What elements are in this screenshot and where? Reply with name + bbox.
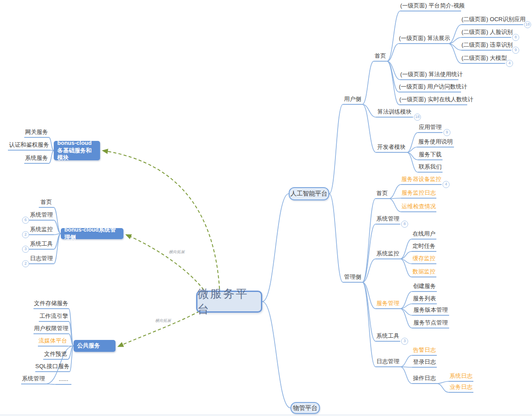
node-platform-center[interactable]: 微服务平台 — [196, 291, 262, 313]
node-label: 文件存储服务 — [34, 300, 68, 306]
node-pm-platform[interactable]: 物管平台 — [290, 402, 320, 414]
node-alert-log[interactable]: 告警日志 — [412, 346, 437, 356]
node-data-monitor[interactable]: 数据监控 — [412, 268, 436, 277]
node-label: 服务节点管理 — [413, 319, 448, 326]
node-ops-check[interactable]: 运维检查情况 — [401, 203, 436, 212]
count-badge[interactable]: 3 — [22, 246, 29, 253]
expansion-arrow-label: 横向拓展 — [169, 249, 185, 255]
node-online-users[interactable]: 在线用户 — [412, 230, 436, 240]
edge-topic-base-system-svc — [49, 151, 54, 163]
count-badge[interactable]: 6 — [22, 217, 29, 224]
node-biz-log[interactable]: 业务日志 — [449, 383, 473, 393]
node-more-items[interactable]: ...... — [56, 375, 71, 385]
count-badge[interactable]: 3 — [401, 338, 408, 345]
node-label: (一级页面) 算法使用统计 — [400, 71, 463, 77]
expansion-arrows — [103, 151, 219, 347]
count-badge[interactable]: 2 — [22, 260, 29, 267]
node-pub-sys-mgmt[interactable]: 系统管理 — [21, 375, 46, 384]
node-label: 服务监控日志 — [402, 189, 436, 196]
node-sys-monitor[interactable]: 系统监控 — [376, 250, 400, 259]
node-svc-usage-doc[interactable]: 服务使用说明 — [417, 138, 454, 148]
node-p1-online-stats[interactable]: (一级页面) 实时在线人数统计 — [399, 96, 467, 105]
node-b-sys-monitor[interactable]: 系统监控2 — [29, 225, 54, 235]
node-workflow[interactable]: 工作流引擎 — [39, 312, 69, 322]
node-p1-algo-show[interactable]: (一级页面) 算法展示 — [399, 34, 448, 44]
node-server-monitor[interactable]: 服务器设备监控4 — [401, 175, 442, 185]
node-contact-us[interactable]: 联系我们 — [418, 163, 443, 173]
edge-topic-admin-b-sys-tools — [54, 234, 61, 250]
node-b-log-mgmt[interactable]: 日志管理2 — [29, 255, 54, 264]
node-svc-mgmt[interactable]: 服务管理 — [376, 299, 400, 309]
node-p2-ocr[interactable]: (二级页面) OCR识别应用18 — [461, 15, 523, 25]
count-badge[interactable]: 18 — [414, 114, 421, 121]
edge-op-log-biz-log — [437, 384, 449, 392]
count-badge[interactable]: 4 — [443, 181, 450, 188]
edge-log-mgmt-op-log — [400, 367, 412, 384]
node-p2-violation[interactable]: (二级页面) 违章识别9 — [461, 41, 511, 51]
node-algo-training[interactable]: 算法训练模块18 — [376, 108, 413, 118]
node-label: 系统监控 — [30, 226, 53, 232]
arrow-to-admin — [126, 235, 204, 290]
node-streaming[interactable]: 流媒体平台 — [38, 337, 68, 347]
node-ai-platform[interactable]: 人工智能平台 — [289, 187, 329, 200]
node-label: 网关服务 — [25, 129, 48, 135]
node-topic-admin[interactable]: bonus-cloud系统管理侧 — [61, 228, 123, 239]
count-badge[interactable]: 8 — [512, 34, 519, 41]
count-badge[interactable]: 18 — [524, 21, 531, 28]
node-system-svc[interactable]: 系统服务 — [24, 154, 49, 164]
edge-topic-public-file-storage — [69, 309, 74, 346]
node-svc-download[interactable]: 服务下载 — [418, 151, 443, 160]
node-admin-home[interactable]: 首页 — [376, 189, 389, 199]
node-user-perm[interactable]: 用户权限管理 — [33, 325, 69, 334]
count-badge[interactable]: 2 — [22, 231, 29, 238]
node-label: 首页 — [41, 199, 52, 205]
node-b-sys-tools[interactable]: 系统工具3 — [29, 240, 54, 250]
node-p1-visit-stats[interactable]: (一级页面) 用户访问数统计 — [399, 83, 461, 92]
node-b-home[interactable]: 首页 — [39, 198, 54, 208]
node-p2-face[interactable]: (二级页面) 人脸识别8 — [461, 28, 511, 38]
node-label: 服务器设备监控 — [402, 176, 442, 182]
count-badge[interactable]: 9 — [443, 129, 450, 136]
edge-user-home-p1-online-stats — [387, 61, 399, 105]
node-sys-tools[interactable]: 系统工具3 — [376, 332, 400, 342]
count-badge[interactable]: 8 — [401, 221, 408, 228]
node-p1-intro[interactable]: (一级页面) 平台简介-视频 — [400, 2, 461, 11]
edge-user-home-p1-intro — [387, 11, 400, 61]
edge-p1-algo-show-p2-violation — [448, 44, 461, 50]
node-log-mgmt[interactable]: 日志管理 — [376, 358, 400, 367]
node-topic-public[interactable]: 公共服务 — [74, 340, 115, 352]
node-svc-node[interactable]: 服务节点管理 — [412, 319, 449, 328]
node-svc-list[interactable]: 服务列表 — [412, 295, 437, 304]
node-sys-mgmt[interactable]: 系统管理8 — [376, 215, 400, 225]
node-topic-base[interactable]: bonus-cloud各基础服务和模块 — [54, 141, 100, 160]
node-login-log[interactable]: 登录日志 — [412, 358, 437, 368]
count-badge[interactable]: 9 — [512, 47, 519, 54]
node-cache-monitor[interactable]: 缓存监控 — [412, 255, 436, 264]
edge-topic-admin-b-home — [54, 207, 61, 234]
node-dev-module[interactable]: 开发者模块 — [376, 143, 407, 153]
node-auth-svc[interactable]: 认证和鉴权服务 — [8, 141, 50, 151]
node-file-storage[interactable]: 文件存储服务 — [33, 299, 69, 309]
node-svc-version[interactable]: 服务版本管理 — [412, 306, 449, 316]
node-sys-log[interactable]: 系统日志 — [449, 372, 473, 382]
node-file-preview[interactable]: 文件预览 — [43, 350, 68, 360]
node-timed-tasks[interactable]: 定时任务 — [412, 242, 436, 252]
node-label: 系统日志 — [450, 373, 472, 379]
node-label: 认证和鉴权服务 — [9, 141, 49, 148]
node-sql-api[interactable]: SQL接口服务 — [35, 362, 70, 372]
node-user-home[interactable]: 首页 — [374, 52, 387, 62]
node-user-side[interactable]: 用户侧 — [343, 95, 362, 105]
edge-topic-base-auth-svc — [50, 150, 54, 151]
node-app-mgmt[interactable]: 应用管理9 — [418, 123, 443, 133]
node-gw-svc[interactable]: 网关服务 — [24, 128, 49, 138]
count-badge[interactable]: 4 — [506, 60, 513, 67]
node-p1-algo-stats[interactable]: (一级页面) 算法使用统计 — [400, 70, 458, 80]
node-admin-side[interactable]: 管理侧 — [343, 273, 362, 283]
node-op-log[interactable]: 操作日志 — [412, 374, 437, 384]
edge-ai-platform-admin-side — [329, 194, 343, 282]
node-create-svc[interactable]: 创建服务 — [412, 282, 437, 292]
node-label: 服务下载 — [419, 151, 442, 158]
node-b-sys-mgmt[interactable]: 系统管理6 — [29, 211, 54, 221]
node-p2-bigmodel[interactable]: (二级页面) 大模型4 — [461, 54, 505, 64]
node-svc-monitor-log[interactable]: 服务监控日志 — [401, 189, 436, 199]
